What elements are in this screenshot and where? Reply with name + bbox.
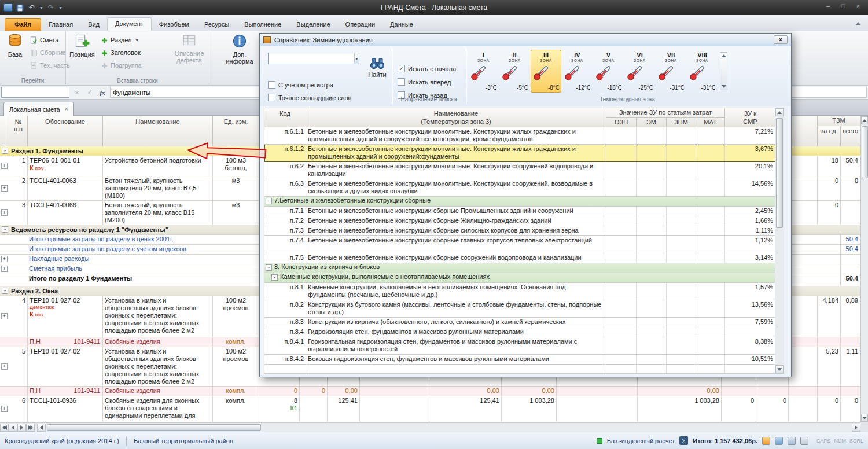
dialog-group-row[interactable]: -8. Конструкции из кирпича и блоков	[264, 263, 775, 273]
case-checkbox[interactable]: С учетом регистра	[268, 81, 333, 89]
header-mat[interactable]: МАТ	[696, 118, 725, 128]
table-row[interactable]: П,Н101-9411Скобяные изделиякомпл.000,000…	[0, 387, 860, 396]
dialog-scroll-thumb[interactable]	[776, 118, 783, 228]
dialog-table-row[interactable]: п.7.3Бетонные и железобетонные конструкц…	[264, 226, 775, 236]
expand-icon[interactable]: +	[1, 313, 8, 319]
status-icon-1[interactable]	[762, 437, 770, 445]
status-icon-3[interactable]	[788, 437, 796, 445]
cell-per: 4,184	[818, 296, 841, 337]
cell-smr	[725, 365, 775, 373]
expand-icon[interactable]: +	[1, 185, 8, 192]
save-icon[interactable]	[14, 2, 25, 13]
collapse-icon[interactable]: -	[266, 198, 272, 204]
zone-spinner[interactable]	[720, 52, 727, 90]
expand-icon[interactable]: +	[1, 363, 8, 370]
dialog-table-row[interactable]: п.8.4.2Боковая гидроизоляция стен, фунда…	[264, 355, 775, 365]
dialog-table-row[interactable]: п.7.2Бетонные и железобетонные конструкц…	[264, 216, 775, 226]
direction-checkbox[interactable]: Искать вперед	[398, 78, 451, 86]
dialog-table-row[interactable]: п.6.2Бетонные и железобетонные конструкц…	[264, 162, 775, 179]
dialog-group-row[interactable]: -7.Бетонные и железобетонные конструкции…	[264, 197, 775, 207]
zone-tile-I[interactable]: Iзона-3°C	[468, 50, 499, 93]
dialog-group-row[interactable]: -Каменные конструкции, выполняемые в нео…	[264, 273, 775, 283]
zone-tile-IV[interactable]: IVзона-12°C	[562, 50, 593, 93]
vertical-scroll-thumb[interactable]	[862, 126, 868, 178]
zone-tile-VI[interactable]: VIзона-25°C	[624, 50, 655, 93]
collapse-icon[interactable]: -	[271, 274, 278, 281]
header-zu-group[interactable]: Значение ЗУ по статьям затрат	[606, 108, 725, 118]
maximize-icon[interactable]: □	[839, 2, 847, 9]
dialog-close-icon[interactable]: ×	[774, 35, 788, 44]
tab-nav-prev-icon[interactable]	[9, 424, 17, 432]
search-combo[interactable]: ▼	[268, 53, 359, 64]
scroll-left-icon[interactable]	[37, 424, 46, 432]
dialog-table-row[interactable]: п.7.5Бетонные и железобетонные конструкц…	[264, 253, 775, 263]
cell-num: 3	[9, 201, 28, 225]
dialog-table-row[interactable]: п.8.4.1Горизонтальная гидроизоляция стен…	[264, 337, 775, 355]
zone-numeral: VII	[656, 51, 686, 58]
zone-tile-V[interactable]: Vзона-18°C	[593, 50, 624, 93]
collapse-icon[interactable]: -	[2, 226, 8, 233]
cell-c15	[789, 347, 818, 386]
expand-icon[interactable]: +	[1, 406, 8, 412]
table-row[interactable]: +6ТССЦ-101-0936Скобяные изделия для окон…	[0, 396, 860, 422]
dialog-table-row[interactable]: п.6.1.1Бетонные и железобетонные констру…	[264, 127, 775, 145]
checkbox-box[interactable]: ✓	[398, 65, 405, 72]
zone-tile-VIII[interactable]: VIIIзона-31°C	[687, 50, 718, 93]
status-icon-2[interactable]	[775, 437, 783, 445]
cell-em	[637, 162, 667, 179]
horizontal-scroll-thumb[interactable]	[47, 424, 261, 431]
dialog-table-row[interactable]: п.6.3Бетонные и железобетонные конструкц…	[264, 179, 775, 197]
undo-dropdown-icon[interactable]: ▼	[39, 2, 44, 13]
status-district: Базовый территориальный район	[134, 437, 233, 444]
dialog-table-row[interactable]: п.8.2Конструкции из бутового камня (масс…	[264, 300, 775, 318]
calc-mode[interactable]: Баз.-индексный расчет	[607, 437, 675, 444]
search-input[interactable]	[269, 53, 354, 64]
sigma-icon[interactable]: Σ	[679, 436, 688, 445]
zone-tile-III[interactable]: IIIзона-8°C	[531, 50, 561, 93]
header-code[interactable]: Код	[264, 108, 306, 128]
tab-nav-last-icon[interactable]	[26, 424, 35, 432]
dialog-table-row[interactable]: п.7.1Бетонные и железобетонные конструкц…	[264, 207, 775, 216]
zone-tile-VII[interactable]: VIIзона-31°C	[656, 50, 686, 93]
dialog-title-bar[interactable]: Справочник: Зимние удорожания ×	[260, 34, 791, 46]
header-em[interactable]: ЭМ	[637, 118, 667, 128]
close-icon[interactable]: ×	[854, 2, 862, 9]
status-icon-4[interactable]	[800, 437, 808, 445]
dialog-scrollbar[interactable]	[775, 108, 784, 374]
find-button[interactable]: Найти	[364, 51, 391, 84]
header-ozp[interactable]: ОЗП	[606, 118, 637, 128]
expand-icon[interactable]: +	[1, 256, 8, 262]
qat-customize-icon[interactable]: ▼	[58, 2, 63, 13]
collapse-icon[interactable]: -	[2, 148, 8, 154]
cell-ozp	[606, 365, 637, 373]
header-smr[interactable]: ЗУ к СМР	[725, 108, 775, 128]
direction-checkbox[interactable]: ✓Искать с начала	[398, 65, 456, 72]
position-code: ТССЦ-401-0063	[30, 177, 101, 185]
expand-icon[interactable]: +	[1, 266, 8, 272]
redo-icon[interactable]: ↷	[46, 2, 56, 13]
checkbox-box[interactable]	[398, 78, 405, 86]
combo-dropdown-icon[interactable]: ▼	[354, 53, 359, 64]
tab-nav-next-icon[interactable]	[17, 424, 26, 432]
zone-tile-II[interactable]: IIзона-5°C	[499, 50, 530, 93]
dialog-table-row[interactable]: п.8.1Каменные конструкции, выполняемые в…	[264, 283, 775, 300]
header-dialog-name[interactable]: Наименование (Температурная зона 3)	[306, 108, 606, 128]
cell-unit: 100 м2 проемов	[213, 347, 259, 386]
undo-icon[interactable]: ↶	[27, 2, 37, 13]
dialog-table-row[interactable]: п.6.1.2Бетонные и железобетонные констру…	[264, 145, 775, 162]
expand-icon[interactable]: +	[1, 163, 8, 169]
dialog-table-row[interactable]: п.8.3Конструкции из кирпича (обыкновенно…	[264, 318, 775, 327]
cell-ozp	[606, 226, 637, 235]
minimize-icon[interactable]: –	[824, 2, 832, 9]
dialog-table-row[interactable]: п.8.4Гидроизоляция стен, фундаментов и м…	[264, 327, 775, 337]
collapse-icon[interactable]: -	[266, 264, 272, 271]
collapse-icon[interactable]: -	[2, 288, 8, 294]
scroll-right-icon[interactable]	[852, 424, 860, 432]
horizontal-scrollbar[interactable]	[0, 422, 860, 432]
tab-nav-first-icon[interactable]	[0, 424, 9, 432]
expand-icon[interactable]: +	[1, 209, 8, 216]
dialog-table-row[interactable]: п.7.4Бетонные и железобетонные конструкц…	[264, 236, 775, 253]
vertical-scrollbar[interactable]	[860, 116, 868, 422]
header-zpm[interactable]: ЗПМ	[667, 118, 696, 128]
app-icon[interactable]	[3, 3, 13, 12]
